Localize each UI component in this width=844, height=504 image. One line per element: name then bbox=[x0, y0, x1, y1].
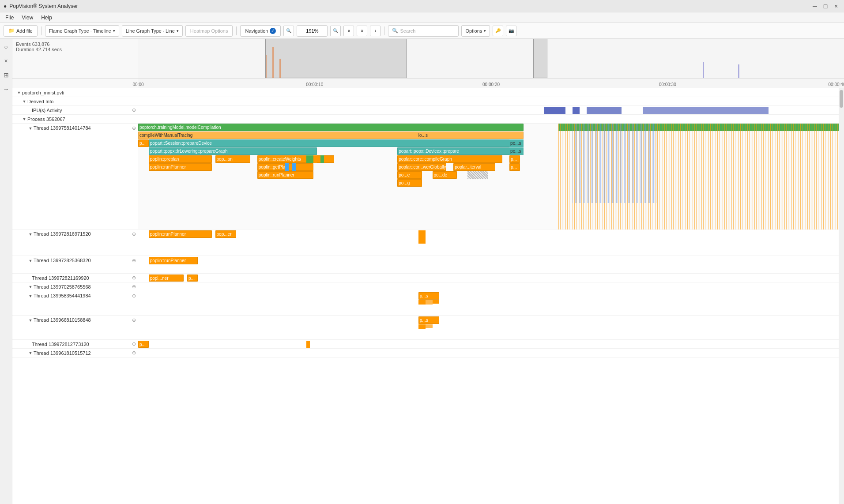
t4-popl-ner[interactable]: popl...ner bbox=[149, 275, 184, 282]
thread5-pin[interactable]: ⊕ bbox=[132, 284, 136, 290]
nav-prev-button[interactable]: ‹ bbox=[370, 26, 381, 36]
tree-item-thread6[interactable]: ▼ Thread 139958354441984 ⊕ bbox=[12, 291, 138, 316]
thread8-pin[interactable]: ⊕ bbox=[132, 341, 136, 347]
vertical-scrollbar[interactable] bbox=[839, 88, 844, 504]
tree-item-file[interactable]: ▼ poptorch_mnist.pvti bbox=[12, 88, 138, 97]
process-toggle[interactable]: ▼ bbox=[21, 116, 27, 122]
flame-bar-devicex-prepare[interactable]: popart::popx::Devicex::prepare bbox=[397, 147, 516, 155]
sidebar-circle-icon[interactable]: ○ bbox=[2, 42, 11, 51]
flame-panel[interactable]: poptorch.trainingModel.modelCompilation … bbox=[138, 88, 839, 504]
sidebar-arrow-icon[interactable]: → bbox=[2, 85, 11, 94]
minimize-button[interactable]: ─ bbox=[810, 2, 819, 11]
nav-next-next-button[interactable]: » bbox=[357, 26, 367, 36]
ipu-activity-bar-3 bbox=[587, 107, 622, 114]
flame-bar-run-planner-2[interactable]: poplin::runPlanner bbox=[257, 171, 313, 179]
zoom-fit-button[interactable]: 🔍 bbox=[330, 26, 341, 36]
thread1-label: Thread 139975814014784 bbox=[34, 125, 132, 131]
thread3-pin[interactable]: ⊕ bbox=[132, 258, 136, 263]
thread4-pin[interactable]: ⊕ bbox=[132, 275, 136, 281]
thread1-pin[interactable]: ⊕ bbox=[132, 125, 136, 131]
tree-item-thread4[interactable]: Thread 139972821169920 ⊕ bbox=[12, 274, 138, 282]
flame-bar-po-e[interactable]: po...e bbox=[397, 171, 422, 179]
zoom-level-input[interactable] bbox=[297, 25, 328, 37]
tree-item-thread3[interactable]: ▼ Thread 139972825368320 ⊕ bbox=[12, 256, 138, 274]
t8-p[interactable]: p... bbox=[138, 341, 149, 348]
tree-panel[interactable]: ▼ poptorch_mnist.pvti ▼ Derived Info IPU… bbox=[12, 88, 138, 504]
search-box[interactable]: 🔍 Search bbox=[388, 25, 459, 37]
flame-bar-compile-graph[interactable]: poplar::core::compileGraph bbox=[397, 155, 502, 163]
events-label: Events 633,876 bbox=[16, 41, 135, 47]
flame-bar-compilation[interactable]: poptorch.trainingModel.modelCompilation bbox=[138, 124, 524, 131]
tree-item-ipu[interactable]: IPU(s) Activity ⊕ bbox=[12, 106, 138, 115]
t6-p-s[interactable]: p...s bbox=[418, 292, 440, 300]
t3-run-planner[interactable]: poplin::runPlanner bbox=[149, 257, 198, 264]
t2-pop-er[interactable]: pop...er bbox=[215, 230, 237, 238]
thread5-toggle[interactable]: ▼ bbox=[27, 284, 34, 290]
flame-bar-po-g[interactable]: po...g bbox=[397, 179, 422, 187]
nav-prev-prev-button[interactable]: « bbox=[343, 26, 354, 36]
thread1-toggle[interactable]: ▼ bbox=[27, 125, 34, 132]
tree-item-derived[interactable]: ▼ Derived Info bbox=[12, 97, 138, 106]
options-dropdown[interactable]: Options ▾ bbox=[461, 25, 490, 37]
flame-bar-po-de[interactable]: po...de bbox=[433, 171, 457, 179]
t7-p-s[interactable]: p...s bbox=[418, 316, 440, 324]
file-toggle[interactable]: ▼ bbox=[16, 90, 22, 96]
flame-bar-p-right2[interactable]: p... bbox=[509, 163, 520, 171]
scrollbar-thumb[interactable] bbox=[840, 90, 843, 108]
add-file-button[interactable]: 📁 Add file bbox=[4, 25, 38, 37]
heatmap-button[interactable]: Heatmap Options bbox=[185, 25, 233, 37]
flame-bar-power-globally[interactable]: poplar::cor...werGlobally bbox=[397, 163, 446, 171]
sidebar-close-icon[interactable]: × bbox=[2, 56, 11, 65]
tree-item-thread1[interactable]: ▼ Thread 139975814014784 ⊕ bbox=[12, 124, 138, 229]
flame-bar-preplan[interactable]: poplin::preplan bbox=[149, 155, 212, 163]
thread9-pin[interactable]: ⊕ bbox=[132, 350, 136, 356]
thread7-label: Thread 139966810158848 bbox=[34, 317, 132, 323]
flame-bar-prepare-device[interactable]: popart::Session::prepareDevice bbox=[149, 139, 520, 147]
menu-file[interactable]: File bbox=[2, 14, 17, 22]
thread3-toggle[interactable]: ▼ bbox=[27, 258, 34, 264]
overview-timeline[interactable] bbox=[138, 39, 844, 78]
tree-item-thread5[interactable]: ▼ Thread 139970258765568 ⊕ bbox=[12, 282, 138, 291]
flame-bar-ir-lowering[interactable]: popart::popx::IrLowering::prepareGraph bbox=[149, 147, 317, 155]
flame-bar-pop-an[interactable]: pop...an bbox=[215, 155, 250, 163]
tree-item-thread2[interactable]: ▼ Thread 139972816971520 ⊕ bbox=[12, 229, 138, 256]
overview-selection[interactable] bbox=[265, 39, 407, 78]
flame-graph-dropdown[interactable]: Flame Graph Type · Timeline ▾ bbox=[45, 25, 119, 37]
sidebar-grid-icon[interactable]: ⊞ bbox=[2, 71, 11, 79]
close-button[interactable]: × bbox=[832, 2, 840, 11]
t4-p[interactable]: p... bbox=[187, 275, 198, 282]
key-icon-button[interactable]: 🔑 bbox=[493, 26, 503, 36]
titlebar-controls[interactable]: ─ □ × bbox=[810, 2, 840, 11]
camera-icon-button[interactable]: 📷 bbox=[506, 26, 516, 36]
line-graph-dropdown[interactable]: Line Graph Type · Line ▾ bbox=[122, 25, 183, 37]
tree-item-thread9[interactable]: ▼ Thread 139961810515712 ⊕ bbox=[12, 349, 138, 357]
flame-bar-p[interactable]: p... bbox=[138, 139, 149, 147]
thread6-toggle[interactable]: ▼ bbox=[27, 293, 34, 299]
thread9-toggle[interactable]: ▼ bbox=[27, 350, 34, 356]
maximize-button[interactable]: □ bbox=[821, 2, 830, 11]
flame-bar-run-planner-1[interactable]: poplin::runPlanner bbox=[149, 163, 212, 171]
thread6-pin[interactable]: ⊕ bbox=[132, 293, 136, 299]
ipu-toggle[interactable] bbox=[27, 107, 32, 113]
tree-item-thread7[interactable]: ▼ Thread 139966810158848 ⊕ bbox=[12, 316, 138, 340]
t2-run-planner[interactable]: poplin::runPlanner bbox=[149, 230, 212, 238]
tree-item-thread8[interactable]: Thread 139972812773120 ⊕ bbox=[12, 340, 138, 349]
thread2-pin[interactable]: ⊕ bbox=[132, 231, 136, 237]
flame-bar-p-right[interactable]: p... bbox=[509, 155, 520, 163]
toolbar: 📁 Add file Flame Graph Type · Timeline ▾… bbox=[0, 23, 844, 39]
thread4-toggle[interactable] bbox=[27, 275, 32, 281]
derived-toggle[interactable]: ▼ bbox=[21, 98, 27, 105]
menu-help[interactable]: Help bbox=[38, 14, 56, 22]
thread7-pin[interactable]: ⊕ bbox=[132, 317, 136, 323]
flame-bar-interval[interactable]: poplar...terval bbox=[453, 163, 495, 171]
thread7-toggle[interactable]: ▼ bbox=[27, 317, 34, 323]
tree-item-process[interactable]: ▼ Process 3562067 bbox=[12, 115, 138, 124]
navigation-button[interactable]: Navigation ✓ bbox=[240, 25, 281, 37]
chevron-down-icon-3: ▾ bbox=[484, 29, 486, 33]
thread8-toggle[interactable] bbox=[27, 341, 32, 347]
zoom-in-button[interactable]: 🔍 bbox=[283, 26, 294, 36]
ipu-pin[interactable]: ⊕ bbox=[132, 107, 136, 113]
menu-view[interactable]: View bbox=[18, 14, 37, 22]
thread2-toggle[interactable]: ▼ bbox=[27, 231, 34, 237]
overview-selection-2[interactable] bbox=[533, 39, 547, 78]
